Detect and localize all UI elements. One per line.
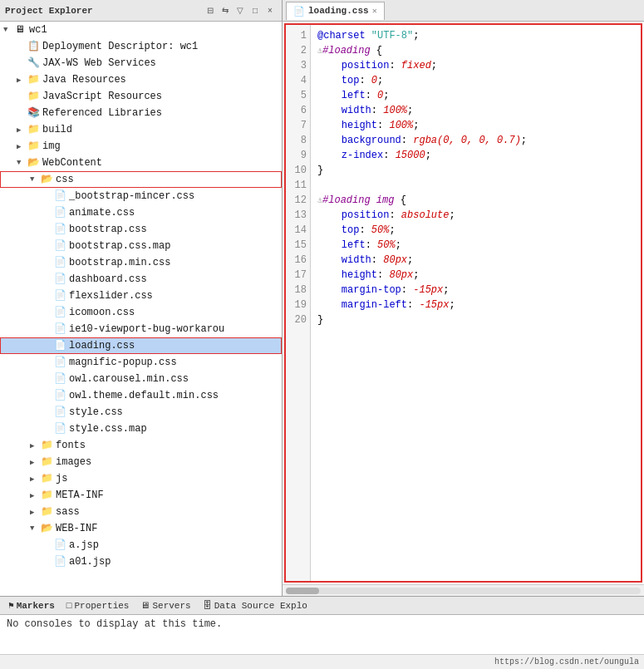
tree-item-java-res[interactable]: ▶📁Java Resources bbox=[0, 71, 282, 88]
bottom-tab-datasource[interactable]: 🗄Data Source Explo bbox=[198, 598, 312, 614]
tree-item-magnific[interactable]: 📄magnific-popup.css bbox=[0, 354, 282, 371]
minimize-button[interactable]: □ bbox=[248, 4, 262, 17]
code-token: 0 bbox=[371, 75, 377, 86]
tree-item-web-inf[interactable]: ▼📂WEB-INF bbox=[0, 520, 282, 537]
tree-icon-css: 📄 bbox=[53, 322, 66, 336]
tree-item-meta-inf[interactable]: ▶📁META-INF bbox=[0, 487, 282, 504]
tree-icon-css: 📄 bbox=[53, 389, 66, 402]
tree-label-build: build bbox=[42, 124, 72, 135]
tree-arrow-java-res[interactable]: ▶ bbox=[17, 76, 27, 85]
line-num-16: 16 bbox=[289, 253, 307, 268]
tree-label-java-res: Java Resources bbox=[42, 74, 126, 86]
line-num-10: 10 bbox=[289, 163, 307, 178]
tree-item-animate[interactable]: 📄animate.css bbox=[0, 204, 282, 221]
tree-item-ie10[interactable]: 📄ie10-viewport-bug-workarou bbox=[0, 321, 282, 337]
tree-arrow-js[interactable]: ▶ bbox=[30, 475, 40, 484]
code-token: top bbox=[342, 224, 360, 236]
tree-item-images[interactable]: ▶📁images bbox=[0, 454, 282, 470]
code-token: position bbox=[342, 209, 390, 221]
view-menu-button[interactable]: ▽ bbox=[234, 4, 247, 17]
code-content[interactable]: @charset "UTF-8";⚓#loading { position: f… bbox=[311, 25, 641, 581]
code-line-4: top: 0; bbox=[317, 73, 634, 88]
tree-item-icomoon[interactable]: 📄icomoon.css bbox=[0, 304, 282, 321]
code-token: 0 bbox=[377, 90, 383, 101]
code-token: absolute bbox=[401, 209, 450, 221]
tree-label-meta-inf: META-INF bbox=[56, 489, 104, 501]
code-line-17: height: 80px; bbox=[317, 268, 634, 283]
tree-item-style[interactable]: 📄style.css bbox=[0, 404, 282, 421]
tree-label-ref-libs: Referenced Libraries bbox=[42, 107, 162, 119]
scroll-thumb[interactable] bbox=[286, 588, 319, 594]
tree-label-loading-css: loading.css bbox=[69, 340, 135, 352]
tree-arrow-fonts[interactable]: ▶ bbox=[30, 441, 40, 450]
bottom-tab-servers[interactable]: 🖥Servers bbox=[135, 598, 195, 614]
tree-item-dashboard[interactable]: 📄dashboard.css bbox=[0, 271, 282, 288]
tree-item-owl-carousel[interactable]: 📄owl.carousel.min.css bbox=[0, 371, 282, 387]
tree-item-fonts[interactable]: ▶📁fonts bbox=[0, 437, 282, 454]
project-tree[interactable]: ▼🖥wc1📋Deployment Descriptor: wc1🔧JAX-WS … bbox=[0, 22, 282, 596]
tree-item-sass[interactable]: ▶📁sass bbox=[0, 504, 282, 520]
tree-item-owl-theme[interactable]: 📄owl.theme.default.min.css bbox=[0, 387, 282, 404]
code-token: rgba(0, 0, 0, 0.7) bbox=[413, 135, 521, 146]
tree-item-wc1[interactable]: ▼🖥wc1 bbox=[0, 22, 282, 38]
tree-item-a01-jsp[interactable]: 📄a01.jsp bbox=[0, 553, 282, 570]
code-line-6: width: 100%; bbox=[317, 103, 634, 118]
tree-arrow-sass[interactable]: ▶ bbox=[30, 508, 40, 517]
tree-arrow-images[interactable]: ▶ bbox=[30, 458, 40, 467]
code-token: #loading img bbox=[322, 194, 394, 206]
tree-arrow-meta-inf[interactable]: ▶ bbox=[30, 491, 40, 500]
tree-item-js[interactable]: ▶📁js bbox=[0, 470, 282, 487]
code-token: 100% bbox=[389, 120, 413, 131]
code-token: height bbox=[342, 269, 377, 281]
tree-label-bootstrap-min: bootstrap.min.css bbox=[69, 257, 170, 268]
code-token: width bbox=[342, 105, 371, 116]
tree-icon-folder: 📁 bbox=[27, 73, 40, 86]
tree-label-a-jsp: a.jsp bbox=[69, 539, 99, 551]
tree-item-js-res[interactable]: 📁JavaScript Resources bbox=[0, 88, 282, 105]
horizontal-scrollbar[interactable] bbox=[283, 584, 644, 596]
tree-arrow-css-folder[interactable]: ▼ bbox=[30, 175, 40, 184]
tree-item-ref-libs[interactable]: 📚Referenced Libraries bbox=[0, 105, 282, 121]
project-explorer-panel: Project Explorer ⊟ ⇆ ▽ □ × ▼🖥wc1📋Deploym… bbox=[0, 0, 283, 596]
tree-item-bootstrap-css[interactable]: 📄bootstrap.css bbox=[0, 221, 282, 238]
editor-tab-bar: 📄 loading.css ✕ bbox=[283, 0, 644, 22]
scroll-track[interactable] bbox=[286, 588, 641, 594]
tree-label-img: img bbox=[42, 140, 61, 152]
tree-icon-css: 📄 bbox=[53, 239, 66, 253]
tree-label-css-folder: css bbox=[56, 174, 74, 185]
tree-arrow-webcontent[interactable]: ▼ bbox=[17, 159, 27, 167]
tree-label-fonts: fonts bbox=[56, 440, 86, 451]
tree-item-bootstrap-min[interactable]: 📄bootstrap.min.css bbox=[0, 254, 282, 271]
link-with-editor-button[interactable]: ⇆ bbox=[219, 4, 232, 17]
tree-item-jaxws[interactable]: 🔧JAX-WS Web Services bbox=[0, 55, 282, 71]
tree-item-webcontent[interactable]: ▼📂WebContent bbox=[0, 155, 282, 171]
tree-arrow-img[interactable]: ▶ bbox=[17, 142, 27, 151]
tree-label-magnific: magnific-popup.css bbox=[69, 357, 177, 368]
close-panel-button[interactable]: × bbox=[263, 4, 277, 17]
tree-item-bootstrap-mincer[interactable]: 📄_bootstrap-mincer.css bbox=[0, 188, 282, 204]
line-num-3: 3 bbox=[289, 58, 307, 73]
tree-item-style-map[interactable]: 📄style.css.map bbox=[0, 421, 282, 437]
tree-item-css-folder[interactable]: ▼📂css bbox=[0, 171, 282, 188]
tree-item-flexslider[interactable]: 📄flexslider.css bbox=[0, 288, 282, 304]
code-token: 50% bbox=[371, 224, 390, 236]
tree-item-deploy[interactable]: 📋Deployment Descriptor: wc1 bbox=[0, 38, 282, 55]
tree-item-bootstrap-map[interactable]: 📄bootstrap.css.map bbox=[0, 238, 282, 254]
tree-arrow-wc1[interactable]: ▼ bbox=[3, 26, 13, 34]
tree-item-a-jsp[interactable]: 📄a.jsp bbox=[0, 537, 282, 553]
code-token: "UTF-8" bbox=[371, 30, 413, 42]
line-num-1: 1 bbox=[289, 28, 307, 43]
tree-arrow-web-inf[interactable]: ▼ bbox=[30, 524, 40, 533]
editor-tab-loading-css[interactable]: 📄 loading.css ✕ bbox=[286, 2, 385, 20]
collapse-all-button[interactable]: ⊟ bbox=[204, 4, 217, 17]
bottom-tab-properties[interactable]: □Properties bbox=[61, 598, 135, 614]
tree-item-img[interactable]: ▶📁img bbox=[0, 138, 282, 155]
bottom-tab-markers[interactable]: ⚑Markers bbox=[3, 598, 60, 614]
tree-arrow-build[interactable]: ▶ bbox=[17, 125, 27, 135]
tree-item-loading-css[interactable]: 📄loading.css bbox=[0, 337, 282, 354]
code-line-20: } bbox=[317, 312, 634, 327]
tree-item-build[interactable]: ▶📁build bbox=[0, 121, 282, 138]
tree-icon-folder-open: 📂 bbox=[40, 173, 53, 186]
editor-tab-close[interactable]: ✕ bbox=[372, 6, 377, 16]
code-token: -15px bbox=[413, 284, 443, 296]
